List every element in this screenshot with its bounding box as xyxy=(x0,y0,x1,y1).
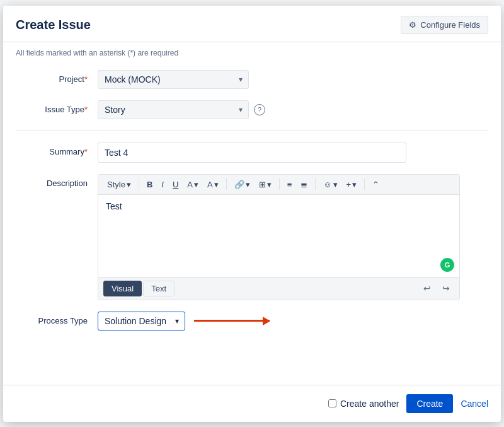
editor-footer: Visual Text ↩ ↪ xyxy=(98,277,459,300)
create-another-checkbox[interactable] xyxy=(328,399,336,407)
summary-control xyxy=(98,143,488,163)
modal-title: Create Issue xyxy=(16,18,91,32)
expand-button[interactable]: ⌃ xyxy=(369,178,383,191)
process-type-select-row: Solution Design ▾ xyxy=(98,312,488,330)
process-type-row: Process Type Solution Design ▾ xyxy=(16,312,488,330)
configure-fields-button[interactable]: ⚙ Configure Fields xyxy=(401,16,488,34)
table-button[interactable]: ⊞ ▾ xyxy=(255,178,275,191)
gear-icon: ⚙ xyxy=(409,20,416,30)
summary-label: Summary* xyxy=(16,143,98,156)
editor-content[interactable]: Test G xyxy=(98,195,459,277)
more-button[interactable]: + ▾ xyxy=(343,178,361,191)
modal-footer: Create another Create Cancel xyxy=(3,385,501,422)
help-icon[interactable]: ? xyxy=(254,104,265,115)
toolbar-separator xyxy=(139,178,139,190)
cancel-button[interactable]: Cancel xyxy=(461,399,488,409)
editor-tab-group: Visual Text xyxy=(103,281,175,296)
style-button[interactable]: Style ▾ xyxy=(103,178,135,191)
bold-button[interactable]: B xyxy=(143,178,156,191)
redo-button[interactable]: ↪ xyxy=(438,281,454,295)
underline-button[interactable]: U xyxy=(169,178,182,191)
text-bg-button[interactable]: A ▾ xyxy=(203,178,222,191)
red-arrow xyxy=(194,320,270,322)
editor-toolbar: Style ▾ B I U A ▾ A ▾ xyxy=(98,175,459,195)
create-another-checkbox-label[interactable]: Create another xyxy=(328,399,399,409)
description-row: Description Style ▾ B I U A xyxy=(16,174,488,300)
chevron-down-icon: ▾ xyxy=(214,180,219,189)
numbered-list-button[interactable]: ≣ xyxy=(297,178,311,191)
description-control: Style ▾ B I U A ▾ A ▾ xyxy=(98,174,488,300)
description-label: Description xyxy=(16,174,98,188)
process-type-label: Process Type xyxy=(16,312,98,325)
chevron-down-icon: ▾ xyxy=(194,180,198,189)
chevron-down-icon: ▾ xyxy=(333,180,338,189)
issue-type-control: Story ▾ ? xyxy=(98,100,488,119)
create-issue-modal: Create Issue ⚙ Configure Fields All fiel… xyxy=(3,6,501,422)
toolbar-separator-5 xyxy=(364,178,365,190)
chevron-down-icon: ▾ xyxy=(127,180,131,189)
bullet-list-button[interactable]: ≡ xyxy=(284,178,296,191)
italic-button[interactable]: I xyxy=(158,178,168,191)
visual-tab[interactable]: Visual xyxy=(103,281,142,296)
project-row: Project* Mock (MOCK) ▾ xyxy=(16,70,488,89)
modal-body: Project* Mock (MOCK) ▾ Issue Type* xyxy=(3,64,501,385)
chevron-down-icon: ▾ xyxy=(352,180,357,189)
project-label: Project* xyxy=(16,70,98,84)
arrow-indicator xyxy=(194,320,270,322)
issue-type-label: Issue Type* xyxy=(16,100,98,114)
link-button[interactable]: 🔗 ▾ xyxy=(231,178,254,191)
create-another-label: Create another xyxy=(340,399,399,409)
project-select[interactable]: Mock (MOCK) xyxy=(98,70,249,89)
text-color-button[interactable]: A ▾ xyxy=(183,178,202,191)
project-select-wrapper: Mock (MOCK) ▾ xyxy=(98,70,249,89)
create-button[interactable]: Create xyxy=(406,394,453,413)
issue-type-select-wrapper: Story ▾ xyxy=(98,100,249,119)
toolbar-separator-4 xyxy=(315,178,316,190)
description-text: Test xyxy=(106,201,122,211)
summary-row: Summary* xyxy=(16,143,488,163)
configure-fields-label: Configure Fields xyxy=(420,20,480,30)
project-control: Mock (MOCK) ▾ xyxy=(98,70,488,89)
chevron-down-icon: ▾ xyxy=(267,180,272,189)
toolbar-separator-3 xyxy=(279,178,280,190)
chevron-down-icon: ▾ xyxy=(246,180,250,189)
issue-type-row: Issue Type* Story ▾ ? xyxy=(16,100,488,119)
divider xyxy=(16,131,488,131)
description-editor: Style ▾ B I U A ▾ A ▾ xyxy=(98,174,460,300)
undo-button[interactable]: ↩ xyxy=(419,281,435,295)
modal-header: Create Issue ⚙ Configure Fields xyxy=(3,6,501,42)
process-type-control: Solution Design ▾ xyxy=(98,312,488,330)
toolbar-separator-2 xyxy=(226,178,227,190)
issue-type-select-group: Story ▾ ? xyxy=(98,100,488,119)
process-type-select[interactable]: Solution Design xyxy=(98,312,185,330)
emoji-button[interactable]: ☺ ▾ xyxy=(319,178,341,191)
summary-input[interactable] xyxy=(98,143,406,163)
text-tab[interactable]: Text xyxy=(143,281,175,296)
undo-redo-group: ↩ ↪ xyxy=(419,281,454,295)
required-note: All fields marked with an asterisk (*) a… xyxy=(3,42,501,64)
grammarly-icon: G xyxy=(440,258,454,272)
issue-type-select[interactable]: Story xyxy=(98,100,249,119)
process-type-select-wrapper: Solution Design ▾ xyxy=(98,312,185,330)
